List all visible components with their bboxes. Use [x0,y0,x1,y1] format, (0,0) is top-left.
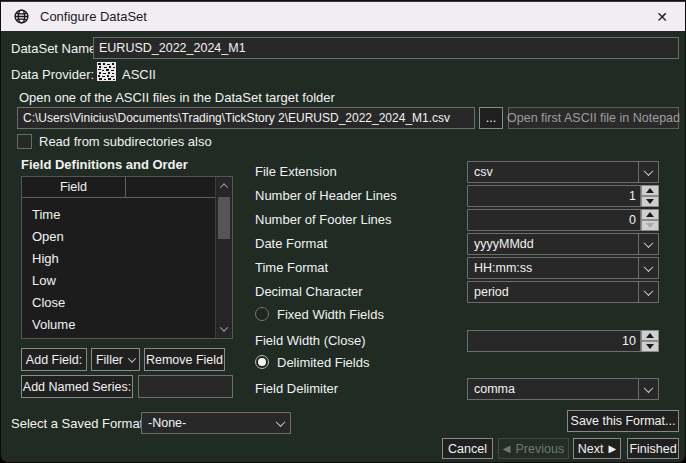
globe-icon [13,8,30,25]
open-notepad-button[interactable]: Open first ASCII file in Notepad [508,107,679,129]
footer-lines-spinner[interactable]: 0 [467,209,659,231]
spin-up-icon[interactable] [641,209,659,220]
saved-format-select[interactable]: -None- [141,412,291,434]
save-format-button[interactable]: Save this Format... [567,410,679,432]
saved-format-label: Select a Saved Format [11,416,143,431]
file-extension-value: csv [474,165,493,179]
file-extension-label: File Extension [255,164,337,179]
finished-button[interactable]: Finished [627,438,679,459]
next-button-label: Next [578,442,604,456]
list-item[interactable]: Volume [22,313,215,335]
delimited-fields-label: Delimited Fields [277,355,369,370]
field-delimiter-label: Field Delimiter [255,381,338,396]
chevron-down-icon [644,238,654,248]
scrollbar-thumb[interactable] [218,197,230,239]
spin-down-icon[interactable] [641,196,659,207]
scroll-up-icon[interactable] [216,177,232,195]
scroll-down-icon[interactable] [216,320,232,338]
chevron-down-icon [644,383,654,393]
date-format-label: Date Format [255,236,327,251]
date-format-value: yyyyMMdd [474,237,534,251]
field-delimiter-value: comma [474,382,515,396]
data-provider-label: Data Provider: [11,67,94,82]
filler-dropdown[interactable]: Filler [91,348,140,371]
ascii-provider-icon [97,62,116,81]
next-arrow-icon: ▶ [609,443,617,454]
field-listbox[interactable]: Field Time Open High Low Close Volume [21,176,233,339]
decimal-character-value: period [474,285,509,299]
titlebar: Configure DataSet ✕ [1,1,685,31]
field-column-header-label[interactable]: Field [22,177,126,197]
decimal-character-label: Decimal Character [255,284,363,299]
header-lines-spinner[interactable]: 1 [467,185,659,207]
chevron-down-icon [644,262,654,272]
field-width-value[interactable]: 10 [467,330,641,352]
configure-dataset-dialog: Configure DataSet ✕ DataSet Name: Data P… [0,0,686,463]
add-field-button[interactable]: Add Field: [21,348,87,371]
next-button[interactable]: Next ▶ [573,438,621,459]
read-subdirectories-label: Read from subdirectories also [39,134,212,149]
browse-button[interactable]: ... [479,107,503,129]
field-column-header[interactable]: Field [22,177,215,198]
previous-button[interactable]: ◀ Previous [498,438,569,459]
fixed-width-fields-radio[interactable] [255,307,269,321]
list-item[interactable]: Close [22,291,215,313]
saved-format-value: -None- [148,416,186,430]
ascii-path-input[interactable] [17,107,475,129]
time-format-select[interactable]: HH:mm:ss [467,257,659,279]
chevron-down-icon [644,286,654,296]
previous-button-label: Previous [516,442,565,456]
list-item[interactable]: High [22,247,215,269]
data-provider-value: ASCII [122,67,156,82]
header-lines-value[interactable]: 1 [467,185,641,207]
dataset-name-input[interactable] [93,37,679,59]
filler-dropdown-value: Filler [96,353,123,367]
header-lines-label: Number of Header Lines [255,188,397,203]
list-item[interactable]: Open [22,225,215,247]
delimited-fields-radio[interactable] [255,355,269,369]
decimal-character-select[interactable]: period [467,281,659,303]
chevron-down-icon [644,166,654,176]
footer-lines-label: Number of Footer Lines [255,212,392,227]
footer-lines-value[interactable]: 0 [467,209,641,231]
close-icon[interactable]: ✕ [639,2,685,32]
previous-arrow-icon: ◀ [503,443,511,454]
cancel-button[interactable]: Cancel [442,438,493,459]
date-format-select[interactable]: yyyyMMdd [467,233,659,255]
time-format-label: Time Format [255,260,328,275]
file-extension-select[interactable]: csv [467,161,659,183]
spin-up-icon[interactable] [641,330,659,341]
chevron-down-icon [275,417,285,427]
list-scrollbar[interactable] [215,177,232,338]
field-delimiter-select[interactable]: comma [467,378,659,400]
fixed-width-fields-label: Fixed Width Fields [277,307,384,322]
spin-down-icon[interactable] [641,341,659,352]
list-item[interactable]: Time [22,203,215,225]
ascii-instruction: Open one of the ASCII files in the DataS… [19,90,335,105]
window-title: Configure DataSet [40,9,147,24]
field-width-label: Field Width (Close) [255,333,366,348]
named-series-input[interactable] [138,375,233,398]
spin-up-icon[interactable] [641,185,659,196]
field-width-spinner[interactable]: 10 [467,330,659,352]
field-definitions-title: Field Definitions and Order [21,157,188,172]
add-named-series-button[interactable]: Add Named Series: [21,375,133,398]
time-format-value: HH:mm:ss [474,261,532,275]
chevron-down-icon [128,354,136,362]
remove-field-button[interactable]: Remove Field [144,348,225,371]
dataset-name-label: DataSet Name: [11,41,100,56]
list-item[interactable]: Low [22,269,215,291]
spin-down-icon[interactable] [641,220,659,231]
read-subdirectories-checkbox[interactable] [17,134,32,149]
